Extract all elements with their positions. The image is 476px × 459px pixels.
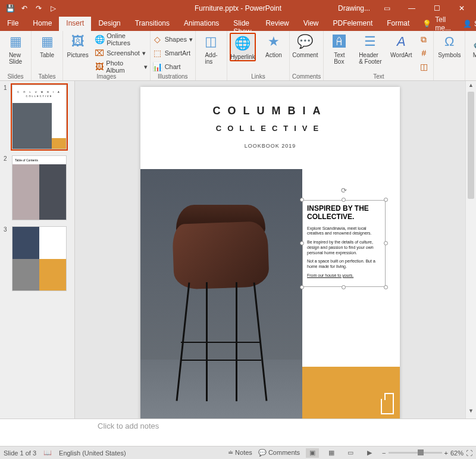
zoom-out-button[interactable]: −: [382, 449, 386, 457]
photo-album-button[interactable]: 🖼Photo Album▾: [95, 60, 148, 73]
maximize-button[interactable]: ☐: [425, 0, 449, 17]
redo-button[interactable]: ↷: [32, 2, 45, 15]
slide-subtitle[interactable]: COLLECTIVE: [140, 124, 400, 133]
smartart-button[interactable]: ⬚SmartArt: [153, 46, 193, 60]
online-pictures-button[interactable]: 🌐Online Pictures: [95, 33, 148, 46]
tab-file[interactable]: File: [0, 17, 26, 31]
tab-view[interactable]: View: [296, 17, 326, 31]
resize-handle-l[interactable]: [300, 241, 304, 245]
resize-handle-tl[interactable]: [300, 198, 304, 202]
zoom-slider-knob[interactable]: [418, 449, 424, 455]
notes-pane[interactable]: Click to add notes: [0, 419, 476, 446]
chart-button[interactable]: 📊Chart: [153, 60, 193, 73]
save-button[interactable]: 💾: [4, 2, 17, 15]
shapes-label: Shapes: [165, 36, 187, 43]
slide-counter: Slide 1 of 3: [4, 449, 36, 457]
media-label: Media: [473, 52, 476, 58]
normal-view-button[interactable]: ▣: [306, 448, 319, 458]
comments-toggle[interactable]: 💬 Comments: [258, 449, 300, 457]
spellcheck-icon[interactable]: 📖: [43, 449, 52, 457]
tab-home[interactable]: Home: [26, 17, 59, 31]
reading-view-button[interactable]: ▭: [344, 448, 357, 458]
zoom-slider[interactable]: [389, 452, 442, 454]
pictures-button[interactable]: 🖼 Pictures: [65, 33, 90, 58]
tab-pdfelement[interactable]: PDFelement: [326, 17, 380, 31]
header-footer-button[interactable]: ☰ Header & Footer: [357, 33, 383, 65]
slide-accent-block[interactable]: [302, 367, 400, 419]
symbols-label: Symbols: [438, 52, 461, 58]
start-from-beginning-button[interactable]: ▷: [46, 2, 60, 15]
tell-me-search[interactable]: 💡 Tell me...: [416, 17, 457, 31]
group-comments-label: Comments: [292, 73, 321, 80]
rotate-handle[interactable]: ⟳: [339, 186, 349, 195]
slide-hero-image[interactable]: [140, 169, 302, 419]
resize-handle-br[interactable]: [384, 285, 388, 289]
tab-insert[interactable]: Insert: [59, 17, 91, 31]
zoom-level[interactable]: 62%: [450, 449, 464, 457]
text-box-button[interactable]: 🅰 Text Box: [326, 33, 352, 65]
fit-to-window-button[interactable]: ⛶: [466, 449, 472, 457]
resize-handle-bl[interactable]: [300, 285, 304, 289]
wordart-label: WordArt: [390, 52, 412, 58]
group-images: 🖼 Pictures 🌐Online Pictures ⌧Screenshot▾…: [63, 31, 151, 80]
tab-transitions[interactable]: Transitions: [128, 17, 177, 31]
zoom-in-button[interactable]: +: [444, 449, 448, 457]
action-button[interactable]: ★ Action: [261, 33, 287, 58]
thumbnail-slide-1[interactable]: 1 C O L U M B I ACOLLECTIVE: [5, 85, 70, 149]
text-box-label: Text Box: [334, 52, 345, 65]
zoom-control[interactable]: − + 62% ⛶: [382, 449, 472, 457]
symbols-icon: Ω: [440, 33, 458, 51]
minimize-button[interactable]: —: [400, 0, 424, 17]
media-button[interactable]: 🔊 Media: [468, 33, 476, 58]
tab-format[interactable]: Format: [380, 17, 416, 31]
workspace: 1 C O L U M B I ACOLLECTIVE 2 Table of C…: [0, 81, 476, 419]
tab-review[interactable]: Review: [258, 17, 296, 31]
scroll-up-icon[interactable]: ▲: [466, 82, 476, 92]
slide-title[interactable]: COLUMBIA: [140, 105, 400, 117]
close-button[interactable]: ✕: [450, 0, 474, 17]
slide-editor[interactable]: COLUMBIA COLLECTIVE LOOKBOOK 2019 ⟳: [75, 81, 465, 419]
group-illustrations: ◇Shapes▾ ⬚SmartArt 📊Chart Illustrations: [151, 31, 196, 80]
hyperlink-label: Hyperlink: [230, 54, 255, 60]
notes-toggle[interactable]: ≐ Notes: [228, 449, 252, 457]
table-button[interactable]: ▦ Table: [34, 33, 60, 58]
vertical-scrollbar[interactable]: ▲ ▼: [465, 81, 476, 419]
resize-handle-r[interactable]: [384, 241, 388, 245]
text-more-2[interactable]: #: [419, 46, 431, 60]
share-button[interactable]: 👤 Share: [457, 17, 476, 31]
thumbnail-slide-3[interactable]: 3: [5, 226, 70, 291]
tab-design[interactable]: Design: [91, 17, 127, 31]
language-indicator[interactable]: English (United States): [59, 449, 126, 457]
comment-button[interactable]: 💬 Comment: [292, 33, 318, 58]
slide-canvas[interactable]: COLUMBIA COLLECTIVE LOOKBOOK 2019 ⟳: [140, 87, 400, 419]
undo-button[interactable]: ↶: [18, 2, 31, 15]
text-more-1[interactable]: ⧉: [419, 33, 431, 46]
text-more-3[interactable]: ◫: [419, 60, 431, 73]
scroll-down-icon[interactable]: ▼: [466, 408, 476, 417]
resize-handle-tr[interactable]: [384, 198, 388, 202]
symbols-button[interactable]: Ω Symbols: [436, 33, 462, 58]
selected-text-box[interactable]: ⟳ INSPIRED BY THE COLLECTIVE. Explore Sc…: [302, 200, 386, 287]
thumbnail-slide-2[interactable]: 2 Table of Contents: [5, 155, 70, 220]
shapes-button[interactable]: ◇Shapes▾: [153, 33, 193, 46]
slide-year[interactable]: LOOKBOOK 2019: [140, 143, 400, 149]
new-slide-icon: ▦: [7, 33, 24, 51]
share-icon: 👤: [463, 20, 472, 28]
comment-label: Comment: [292, 52, 318, 58]
wordart-button[interactable]: A WordArt: [388, 33, 414, 58]
tab-animations[interactable]: Animations: [177, 17, 226, 31]
screenshot-button[interactable]: ⌧Screenshot▾: [95, 46, 148, 60]
scrollbar-thumb[interactable]: [468, 92, 474, 199]
tab-slideshow[interactable]: Slide Show: [226, 17, 258, 31]
ribbon-display-options-button[interactable]: ▭: [375, 0, 399, 17]
slideshow-view-button[interactable]: ▶: [363, 448, 376, 458]
resize-handle-t[interactable]: [342, 198, 346, 202]
slide-sorter-view-button[interactable]: ▦: [325, 448, 338, 458]
new-slide-button[interactable]: ▦ New Slide: [2, 33, 29, 65]
addins-button[interactable]: ◫ Add- ins: [198, 33, 224, 65]
chevron-down-icon: ▾: [189, 36, 193, 43]
contextual-tab-label: Drawing...: [334, 4, 374, 13]
hyperlink-button[interactable]: 🌐 Hyperlink: [230, 33, 256, 61]
slide-thumbnails-pane[interactable]: 1 C O L U M B I ACOLLECTIVE 2 Table of C…: [0, 81, 75, 419]
resize-handle-b[interactable]: [342, 285, 346, 289]
